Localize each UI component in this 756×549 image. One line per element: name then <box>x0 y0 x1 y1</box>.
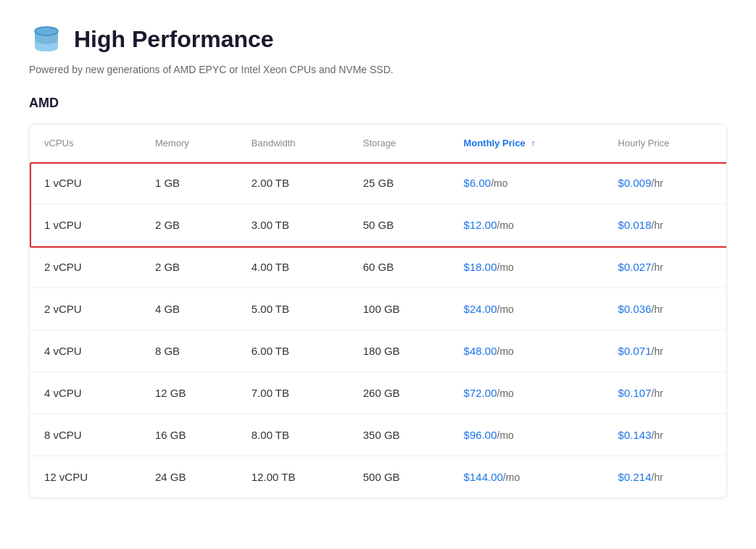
hourly-unit: /hr <box>652 303 663 315</box>
hourly-unit: /hr <box>652 261 663 273</box>
cell-memory: 2 GB <box>141 204 237 246</box>
cell-storage: 180 GB <box>349 330 449 372</box>
cell-vcpus: 1 vCPU <box>30 162 141 204</box>
monthly-unit: /mo <box>497 429 514 441</box>
cell-bandwidth: 7.00 TB <box>237 372 349 414</box>
monthly-unit: /mo <box>497 345 514 357</box>
table-row[interactable]: 1 vCPU1 GB2.00 TB25 GB$6.00/mo$0.009/hr <box>30 162 726 204</box>
cell-bandwidth: 12.00 TB <box>237 456 349 498</box>
table-row[interactable]: 4 vCPU12 GB7.00 TB260 GB$72.00/mo$0.107/… <box>30 372 726 414</box>
cell-storage: 60 GB <box>349 246 449 288</box>
monthly-unit: /mo <box>491 177 507 189</box>
cell-monthly-price: $48.00/mo <box>449 330 604 372</box>
table-row[interactable]: 2 vCPU2 GB4.00 TB60 GB$18.00/mo$0.027/hr <box>30 246 726 288</box>
cell-memory: 24 GB <box>141 456 237 498</box>
page-subtitle: Powered by new generations of AMD EPYC o… <box>29 64 727 75</box>
cell-monthly-price: $6.00/mo <box>449 162 604 204</box>
col-header-bandwidth: Bandwidth <box>237 125 349 162</box>
cell-hourly-price: $0.071/hr <box>604 330 726 372</box>
cell-monthly-price: $24.00/mo <box>449 288 604 330</box>
cell-monthly-price: $72.00/mo <box>449 372 604 414</box>
cell-monthly-price: $18.00/mo <box>449 246 604 288</box>
cell-monthly-price: $96.00/mo <box>449 414 604 456</box>
pricing-table-container: vCPUs Memory Bandwidth Storage Monthly P… <box>29 124 727 498</box>
col-header-monthly[interactable]: Monthly Price ↑ <box>449 125 604 162</box>
table-row[interactable]: 4 vCPU8 GB6.00 TB180 GB$48.00/mo$0.071/h… <box>30 330 726 372</box>
cell-vcpus: 2 vCPU <box>30 288 141 330</box>
cell-memory: 16 GB <box>141 414 237 456</box>
monthly-unit: /mo <box>497 261 514 273</box>
col-header-memory: Memory <box>141 125 237 162</box>
table-row[interactable]: 2 vCPU4 GB5.00 TB100 GB$24.00/mo$0.036/h… <box>30 288 726 330</box>
hourly-unit: /hr <box>652 387 663 399</box>
table-row[interactable]: 8 vCPU16 GB8.00 TB350 GB$96.00/mo$0.143/… <box>30 414 726 456</box>
pricing-table: vCPUs Memory Bandwidth Storage Monthly P… <box>30 125 726 498</box>
cell-storage: 25 GB <box>349 162 449 204</box>
cell-hourly-price: $0.027/hr <box>604 246 726 288</box>
cell-monthly-price: $144.00/mo <box>449 456 604 498</box>
section-title: AMD <box>29 96 727 111</box>
cell-vcpus: 12 vCPU <box>30 456 141 498</box>
cell-hourly-price: $0.018/hr <box>604 204 726 246</box>
col-header-storage: Storage <box>349 125 449 162</box>
database-icon <box>29 22 64 56</box>
hourly-unit: /hr <box>652 345 663 357</box>
pricing-table-wrapper: vCPUs Memory Bandwidth Storage Monthly P… <box>29 124 727 498</box>
cell-vcpus: 1 vCPU <box>30 204 141 246</box>
hourly-unit: /hr <box>652 429 663 441</box>
monthly-unit: /mo <box>497 387 514 399</box>
cell-bandwidth: 8.00 TB <box>237 414 349 456</box>
col-header-vcpus: vCPUs <box>30 125 141 162</box>
cell-hourly-price: $0.143/hr <box>604 414 726 456</box>
table-header-row: vCPUs Memory Bandwidth Storage Monthly P… <box>30 125 726 162</box>
cell-storage: 260 GB <box>349 372 449 414</box>
cell-storage: 350 GB <box>349 414 449 456</box>
hourly-unit: /hr <box>652 177 663 189</box>
cell-bandwidth: 5.00 TB <box>237 288 349 330</box>
cell-vcpus: 2 vCPU <box>30 246 141 288</box>
cell-memory: 12 GB <box>141 372 237 414</box>
cell-bandwidth: 6.00 TB <box>237 330 349 372</box>
hourly-unit: /hr <box>652 219 663 231</box>
cell-hourly-price: $0.214/hr <box>604 456 726 498</box>
cell-vcpus: 4 vCPU <box>30 372 141 414</box>
cell-hourly-price: $0.036/hr <box>604 288 726 330</box>
cell-storage: 500 GB <box>349 456 449 498</box>
sort-arrow-icon: ↑ <box>531 138 536 148</box>
cell-memory: 8 GB <box>141 330 237 372</box>
monthly-unit: /mo <box>497 303 514 315</box>
cell-memory: 2 GB <box>141 246 237 288</box>
page-header: High Performance <box>29 22 727 56</box>
cell-bandwidth: 3.00 TB <box>237 204 349 246</box>
cell-memory: 4 GB <box>141 288 237 330</box>
page-title: High Performance <box>74 26 274 53</box>
monthly-unit: /mo <box>503 472 520 483</box>
cell-vcpus: 8 vCPU <box>30 414 141 456</box>
table-row[interactable]: 1 vCPU2 GB3.00 TB50 GB$12.00/mo$0.018/hr <box>30 204 726 246</box>
col-header-hourly: Hourly Price <box>604 125 726 162</box>
hourly-unit: /hr <box>652 472 663 483</box>
monthly-unit: /mo <box>497 219 514 231</box>
cell-hourly-price: $0.107/hr <box>604 372 726 414</box>
cell-storage: 100 GB <box>349 288 449 330</box>
cell-hourly-price: $0.009/hr <box>604 162 726 204</box>
cell-storage: 50 GB <box>349 204 449 246</box>
cell-monthly-price: $12.00/mo <box>449 204 604 246</box>
cell-vcpus: 4 vCPU <box>30 330 141 372</box>
cell-bandwidth: 2.00 TB <box>237 162 349 204</box>
cell-memory: 1 GB <box>141 162 237 204</box>
cell-bandwidth: 4.00 TB <box>237 246 349 288</box>
table-row[interactable]: 12 vCPU24 GB12.00 TB500 GB$144.00/mo$0.2… <box>30 456 726 498</box>
